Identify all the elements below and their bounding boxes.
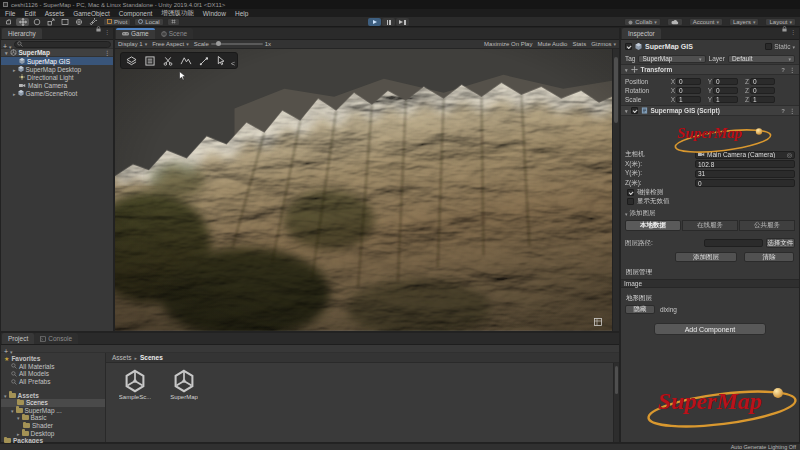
add-component-button[interactable]: Add Component [654,323,766,335]
help-icon[interactable] [781,66,785,73]
layer-list-item[interactable]: Image [621,279,799,288]
foldout-icon[interactable] [13,90,16,97]
y-meters-field[interactable]: 31 [695,170,795,178]
scale-slider-thumb[interactable] [216,41,221,46]
tab-project[interactable]: Project [2,333,34,344]
object-picker-icon[interactable] [787,151,792,158]
favorite-all-prefabs[interactable]: All Prefabs [1,378,105,386]
component-menu-icon[interactable] [789,66,795,73]
gizmos-dropdown[interactable]: Gizmos [591,41,616,47]
static-dropdown-icon[interactable] [792,43,795,50]
hierarchy-item-supermap-desktop[interactable]: SuperMap Desktop [1,65,113,73]
rotation-z-field[interactable]: 0 [750,87,775,95]
position-y-field[interactable]: 0 [713,78,738,86]
measure-tool-button[interactable] [177,54,194,67]
hierarchy-scene-row[interactable]: SuperMap [1,49,113,57]
show-invalid-checkbox[interactable] [627,198,634,205]
lock-icon[interactable] [96,26,101,32]
hide-button[interactable]: 隐藏 [625,305,655,314]
menu-edit[interactable]: Edit [24,10,35,17]
tab-online-service[interactable]: 在线服务 [682,220,738,231]
hierarchy-search-input[interactable] [14,41,111,48]
hierarchy-item-directional-light[interactable]: Directional Light [1,73,113,81]
legend-tool-button[interactable] [141,54,158,67]
display-dropdown[interactable]: Display 1 [118,41,147,47]
breadcrumb-current[interactable]: Scenes [140,354,163,361]
cloud-button[interactable] [667,18,683,26]
game-view-scrollbar[interactable] [612,49,619,331]
tab-public-service[interactable]: 公共服务 [739,220,795,231]
transform-tool-icon[interactable] [72,18,85,26]
panel-menu-icon[interactable] [104,20,110,38]
tab-local-data[interactable]: 本地数据 [625,220,681,231]
component-menu-icon[interactable] [789,107,795,114]
breadcrumb-root[interactable]: Assets [112,354,132,361]
component-enabled-checkbox[interactable] [631,107,638,114]
rotation-x-field[interactable]: 0 [676,87,701,95]
layer-dropdown[interactable]: Default [728,55,795,63]
favorite-all-models[interactable]: All Models [1,370,105,378]
collab-dropdown[interactable]: Collab [624,18,661,26]
add-layer-button[interactable]: 添加图层 [675,252,737,262]
panel-menu-icon[interactable] [790,20,796,38]
step-button[interactable] [396,18,409,26]
scrollbar-thumb[interactable] [615,366,618,394]
z-meters-field[interactable]: 0 [695,179,795,187]
account-dropdown[interactable]: Account [689,18,723,26]
maximize-on-play-toggle[interactable]: Maximize On Play [484,41,532,47]
hierarchy-item-main-camera[interactable]: Main Camera [1,81,113,89]
basic-folder[interactable]: Basic [1,414,105,422]
clear-button[interactable]: 清除 [744,252,794,262]
select-tool-button[interactable] [213,54,230,67]
hierarchy-item-game-sceneroot[interactable]: Game/SceneRoot [1,89,113,97]
menu-file[interactable]: File [5,10,15,17]
hand-tool-icon[interactable] [2,18,15,26]
scale-z-field[interactable]: 1 [750,96,775,104]
foldout-icon[interactable] [625,107,628,114]
favorite-all-materials[interactable]: All Materials [1,363,105,371]
scale-slider[interactable] [211,43,263,45]
scrollbar-thumb[interactable] [614,57,618,123]
static-checkbox[interactable] [765,43,772,50]
gameobject-name-field[interactable]: SuperMap GIS [645,43,762,50]
palette-collapse-icon[interactable] [231,52,235,70]
game-viewport[interactable] [115,49,612,331]
viewport-overlay-icon[interactable] [594,318,602,326]
rotate-tool-icon[interactable] [30,18,43,26]
menu-gameobject[interactable]: GameObject [73,10,110,17]
layers-dropdown[interactable]: Layers [729,18,760,26]
stats-toggle[interactable]: Stats [572,41,586,47]
menu-help[interactable]: Help [235,10,248,17]
tab-console[interactable]: Console [34,333,78,344]
asset-item-samplescene[interactable]: SampleSc... [115,369,155,400]
foldout-icon[interactable] [5,49,8,56]
local-toggle[interactable]: Local [134,18,163,26]
tab-game[interactable]: Game [116,28,155,39]
assets-folder[interactable]: Assets [1,391,105,399]
play-button[interactable] [368,18,381,26]
collision-checkbox[interactable] [627,189,634,196]
foldout-icon[interactable] [625,66,628,73]
move-tool-icon[interactable] [16,18,29,26]
asset-browser-scrollbar[interactable] [613,363,619,442]
pause-button[interactable] [382,18,395,26]
supermap-script-header[interactable]: Supermap GIS (Script) [621,105,799,116]
foldout-icon[interactable] [13,66,16,73]
clip-tool-button[interactable] [159,54,176,67]
tag-dropdown[interactable]: SuperMap [638,55,705,63]
supermap-folder[interactable]: SuperMap ... [1,407,105,415]
lighting-status[interactable]: Auto Generate Lighting Off [731,444,796,450]
scene-menu-icon[interactable] [104,49,113,56]
snap-toggle[interactable] [167,18,180,26]
asset-item-supermap[interactable]: SuperMap [164,369,204,400]
scale-x-field[interactable]: 1 [676,96,701,104]
help-icon[interactable] [781,107,785,114]
hierarchy-item-supermap-gis[interactable]: SuperMap GIS [1,57,113,65]
rotation-y-field[interactable]: 0 [713,87,738,95]
favorites-header[interactable]: Favorites [1,355,105,363]
scale-y-field[interactable]: 1 [713,96,738,104]
x-meters-field[interactable]: 102.8 [695,160,795,168]
active-checkbox[interactable] [625,43,632,50]
menu-assets[interactable]: Assets [45,10,65,17]
choose-file-button[interactable]: 选择文件 [766,238,795,248]
